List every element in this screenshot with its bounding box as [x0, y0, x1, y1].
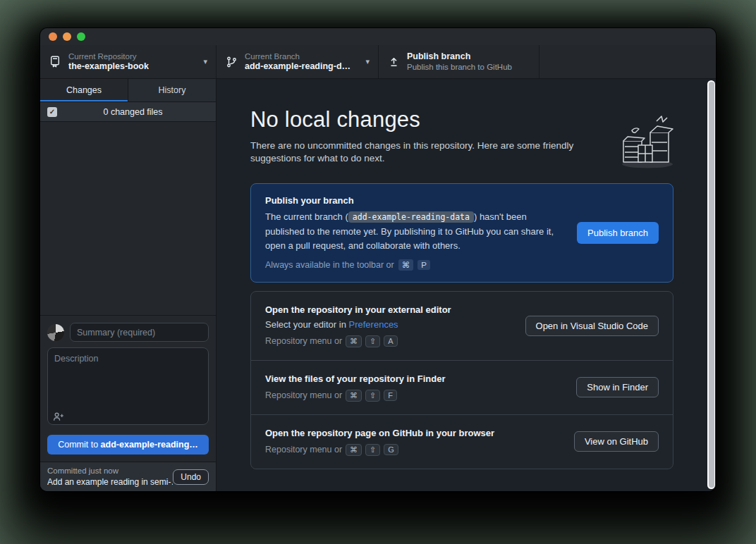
- key-shift: ⇧: [365, 390, 380, 402]
- suggestion-shortcut: Repository menu or ⌘ ⇧ G: [265, 444, 564, 456]
- changed-files-count: 0 changed files: [57, 107, 209, 117]
- chevron-down-icon: ▾: [365, 57, 370, 66]
- toolbar-empty-area: [539, 45, 716, 78]
- key-p: P: [417, 260, 430, 270]
- key-cmd: ⌘: [398, 259, 414, 271]
- suggestion-editor-line: Select your editor in Preferences: [265, 319, 516, 330]
- tab-history[interactable]: History: [128, 79, 216, 101]
- page-subtitle: There are no uncommitted changes in this…: [250, 140, 617, 165]
- shortcut-label: Repository menu or: [265, 336, 342, 346]
- close-button[interactable]: [49, 32, 57, 41]
- sidebar: Changes History ✓ 0 changed files: [40, 79, 217, 491]
- suggestions-group: Open the repository in your external edi…: [250, 291, 673, 469]
- branch-name: add-example-reading-d…: [245, 61, 361, 73]
- no-changes-boxes-illustration: [616, 110, 678, 172]
- publish-panel-body: The current branch (add-example-reading-…: [265, 210, 561, 252]
- person-plus-icon[interactable]: [53, 412, 64, 422]
- suggestion-title: View the files of your repository in Fin…: [265, 373, 566, 384]
- publish-branch-toolbar-button[interactable]: Publish branch Publish this branch to Gi…: [379, 45, 539, 78]
- publish-panel-footer: Always available in the toolbar or ⌘ P: [265, 259, 566, 271]
- view-on-github-button[interactable]: View on GitHub: [574, 431, 659, 452]
- shortcut-label: Repository menu or: [265, 445, 342, 455]
- upload-arrow-icon: [387, 56, 400, 68]
- branch-name-chip: add-example-reading-data: [348, 211, 474, 223]
- branch-label: Current Branch: [245, 51, 361, 61]
- suggestion-title: Open the repository in your external edi…: [265, 304, 516, 315]
- open-in-editor-button[interactable]: Open in Visual Studio Code: [525, 316, 659, 336]
- toolbar: Current Repository the-examples-book ▾ C…: [40, 45, 716, 79]
- editor-line-pre: Select your editor in: [265, 319, 349, 330]
- current-branch-dropdown[interactable]: Current Branch add-example-reading-d… ▾: [217, 45, 379, 78]
- zoom-button[interactable]: [77, 32, 85, 41]
- titlebar: [40, 28, 716, 45]
- scrollbar-thumb[interactable]: [709, 82, 714, 488]
- tab-changes[interactable]: Changes: [40, 79, 128, 101]
- key-a: A: [384, 335, 397, 347]
- show-in-finder-button[interactable]: Show in Finder: [576, 377, 659, 397]
- key-cmd: ⌘: [346, 335, 362, 347]
- commit-button-prefix: Commit to: [58, 440, 100, 450]
- changed-files-row: ✓ 0 changed files: [40, 102, 216, 122]
- key-cmd: ⌘: [346, 390, 362, 402]
- commit-description-input[interactable]: [47, 347, 209, 425]
- committed-message: Add an example reading in semi-…: [47, 476, 173, 488]
- undo-button[interactable]: Undo: [173, 469, 209, 485]
- publish-panel-title: Publish your branch: [265, 195, 566, 206]
- preferences-link[interactable]: Preferences: [349, 319, 398, 330]
- committed-status-row: Committed just now Add an example readin…: [40, 462, 216, 491]
- key-shift: ⇧: [365, 335, 380, 347]
- publish-branch-toolbar-text: Publish branch Publish this branch to Gi…: [407, 51, 530, 73]
- current-repository-text: Current Repository the-examples-book: [68, 51, 199, 73]
- suggestion-view-on-github: Open the repository page on GitHub in yo…: [251, 414, 673, 469]
- commit-button-branch: add-example-reading…: [101, 440, 198, 450]
- publish-subtitle: Publish this branch to GitHub: [407, 62, 530, 72]
- suggestion-title: Open the repository page on GitHub in yo…: [265, 428, 564, 438]
- publish-title: Publish branch: [407, 51, 530, 63]
- publish-branch-panel: Publish your branch The current branch (…: [250, 183, 673, 282]
- key-shift: ⇧: [365, 444, 380, 456]
- app-window: Current Repository the-examples-book ▾ C…: [40, 28, 716, 491]
- main-content: No local changes There are no uncommitte…: [217, 79, 716, 491]
- suggestion-show-in-finder: View the files of your repository in Fin…: [251, 360, 673, 414]
- key-cmd: ⌘: [346, 444, 362, 456]
- suggestion-open-editor: Open the repository in your external edi…: [251, 292, 673, 360]
- publish-branch-button[interactable]: Publish branch: [577, 222, 659, 244]
- key-g: G: [384, 444, 398, 455]
- scrollbar[interactable]: [707, 80, 715, 489]
- repository-name: the-examples-book: [68, 61, 199, 73]
- commit-summary-input[interactable]: [70, 323, 209, 342]
- current-repository-dropdown[interactable]: Current Repository the-examples-book ▾: [40, 45, 217, 78]
- git-branch-icon: [225, 56, 238, 68]
- publish-footer-text: Always available in the toolbar or: [265, 260, 394, 270]
- committed-status: Committed just now: [47, 466, 173, 477]
- publish-body-pre: The current branch (: [265, 211, 348, 222]
- commit-form: Commit to add-example-reading…: [40, 315, 216, 462]
- suggestion-shortcut: Repository menu or ⌘ ⇧ F: [265, 390, 566, 402]
- key-f: F: [384, 390, 397, 401]
- repository-label: Current Repository: [68, 51, 199, 61]
- minimize-button[interactable]: [63, 32, 71, 41]
- changes-file-list: [40, 122, 216, 315]
- commit-button[interactable]: Commit to add-example-reading…: [47, 435, 209, 455]
- sidebar-tabs: Changes History: [40, 79, 216, 102]
- repo-book-icon: [49, 56, 61, 68]
- committed-text: Committed just now Add an example readin…: [47, 466, 173, 488]
- suggestion-shortcut: Repository menu or ⌘ ⇧ A: [265, 335, 516, 347]
- chevron-down-icon: ▾: [203, 57, 207, 66]
- current-branch-text: Current Branch add-example-reading-d…: [245, 51, 361, 73]
- shortcut-label: Repository menu or: [265, 390, 342, 400]
- user-avatar: [47, 324, 64, 341]
- select-all-checkbox[interactable]: ✓: [47, 107, 57, 117]
- page-title: No local changes: [250, 107, 673, 132]
